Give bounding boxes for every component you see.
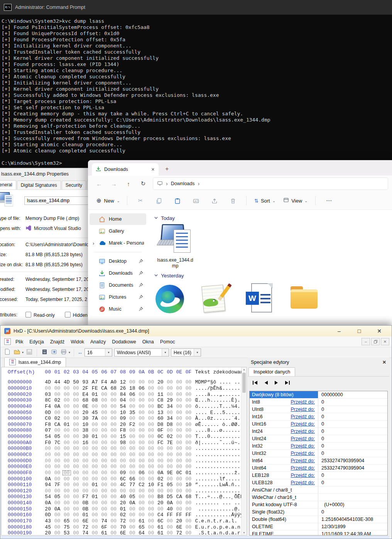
hex-byte[interactable]: 74 (81, 530, 90, 536)
hex-offset[interactable]: 000000F0 (2, 470, 43, 476)
hex-byte[interactable]: F4 (100, 379, 109, 385)
hex-byte[interactable]: 00 (137, 404, 146, 409)
hex-byte[interactable]: 00 (184, 446, 193, 451)
hex-byte[interactable]: 00 (109, 440, 118, 446)
hex-byte[interactable]: 00 (137, 392, 146, 397)
tab-digital-signatures[interactable]: Digital Signatures (17, 181, 61, 189)
hex-byte[interactable]: 00 (71, 397, 81, 403)
hex-byte[interactable]: 00 (100, 482, 109, 488)
hex-byte[interactable]: 44 (52, 379, 62, 385)
hex-text[interactable]: ................ (195, 488, 241, 494)
hex-text[interactable]: .S.t.a.n.d.a.r. (195, 530, 241, 536)
hex-byte[interactable]: 00 (100, 434, 109, 439)
maximize-button[interactable]: □ (351, 328, 368, 334)
hex-offset[interactable]: 00000050 (2, 410, 43, 416)
hex-byte[interactable]: 00 (62, 410, 71, 416)
chevron-down-icon[interactable]: ▾ (69, 351, 70, 354)
hex-byte[interactable]: 00 (90, 446, 99, 451)
hex-byte[interactable]: 10 (146, 482, 155, 488)
hex-byte[interactable]: A0 (109, 379, 118, 385)
hex-byte[interactable]: 00 (62, 482, 71, 488)
hex-byte[interactable]: 00 (100, 446, 109, 451)
hex-byte[interactable]: 00 (174, 416, 184, 421)
hex-byte[interactable]: 00 (62, 452, 71, 458)
hex-byte[interactable]: CA (174, 494, 184, 500)
hex-byte[interactable]: 00 (165, 452, 174, 458)
hex-byte[interactable]: 00 (62, 476, 71, 482)
hex-byte[interactable]: 02 (156, 476, 165, 482)
hex-byte[interactable]: 00 (81, 470, 90, 476)
hex-byte[interactable]: 00 (137, 397, 146, 403)
hex-byte[interactable]: 02 (165, 434, 174, 439)
tab-downloads[interactable]: Downloads ✕ (92, 163, 159, 176)
hex-byte[interactable]: 00 (165, 530, 174, 536)
breadcrumb-downloads[interactable]: Downloads (171, 181, 195, 186)
hex-offset[interactable]: 00000120 (2, 488, 43, 494)
hex-byte[interactable]: 00 (52, 512, 62, 518)
document-tab[interactable]: FDA0 lsass.exe_1344.dmp (4, 357, 66, 367)
hex-byte[interactable]: 00 (146, 416, 155, 421)
hex-offset[interactable]: 000000B0 (2, 446, 43, 451)
hex-byte[interactable]: 00 (52, 530, 62, 536)
hex-byte[interactable]: 00 (146, 524, 155, 530)
inspector-value[interactable]: 0 (318, 509, 324, 515)
hex-byte[interactable]: 00 (165, 410, 174, 416)
hex-byte[interactable]: 00 (90, 458, 99, 464)
back-button[interactable]: ← (92, 181, 106, 187)
hex-byte[interactable]: 00 (128, 470, 137, 476)
hex-byte[interactable]: 00 (52, 476, 62, 482)
hex-byte[interactable]: 00 (146, 452, 155, 458)
hex-byte[interactable]: 00 (71, 416, 81, 421)
hex-byte[interactable]: 00 (165, 385, 174, 391)
hex-byte[interactable]: 02 (52, 397, 62, 403)
previous-button[interactable] (264, 380, 268, 385)
hex-byte[interactable]: 00 (128, 512, 137, 518)
hex-byte[interactable]: 00 (174, 488, 184, 494)
goto-link[interactable]: Przejdź do: (291, 473, 318, 478)
sidebar-item-downloads[interactable]: Downloads (90, 267, 146, 279)
hex-byte[interactable]: 00 (128, 427, 137, 433)
hex-byte[interactable]: 00 (109, 427, 118, 433)
encoding-select[interactable]: Windows (ANSI)▾ (114, 348, 169, 357)
hex-byte[interactable]: 00 (137, 446, 146, 451)
hex-byte[interactable]: 00 (165, 488, 174, 494)
hex-byte[interactable]: 00 (71, 476, 81, 482)
file-lsass-dump[interactable]: lsass.exe_1344.d mp (154, 223, 196, 269)
sort-button[interactable]: ⇅ Sort ⌄ (250, 196, 279, 206)
inspector-value[interactable]: 0 (318, 479, 324, 486)
address-bar[interactable]: › Downloads › (153, 177, 388, 190)
hex-byte[interactable]: 00 (62, 385, 71, 391)
hex-byte[interactable]: 05 (165, 482, 174, 488)
hex-byte[interactable]: 00 (62, 397, 71, 403)
hex-byte[interactable]: 00 (184, 404, 193, 409)
file-icon-edge[interactable] (155, 282, 185, 317)
hex-text[interactable]: ô.......T...¼4.. (195, 404, 241, 409)
hex-offset[interactable]: 000000D0 (2, 458, 43, 464)
section-header-yesterday[interactable]: Yesterday (154, 273, 392, 279)
hex-byte[interactable]: 00 (71, 452, 81, 458)
hex-byte[interactable]: 00 (71, 440, 81, 446)
hex-byte[interactable]: 00 (146, 397, 155, 403)
goto-link[interactable]: Przejdź do: (291, 414, 318, 419)
hex-byte[interactable]: 10 (118, 410, 127, 416)
goto-link[interactable]: Przejdź do: (291, 407, 318, 412)
hex-byte[interactable]: 00 (81, 482, 90, 488)
hex-byte[interactable]: 06 (128, 392, 137, 397)
hex-offset[interactable]: 00000000 (2, 379, 43, 385)
hex-byte[interactable]: 00 (100, 397, 109, 403)
hex-byte[interactable]: 00 (174, 452, 184, 458)
panel-close-icon[interactable]: ✕ (382, 360, 386, 365)
hex-byte[interactable]: 00 (81, 458, 90, 464)
hex-byte[interactable]: 4C (118, 482, 127, 488)
hex-byte[interactable]: 00 (52, 500, 62, 506)
hex-text[interactable]: ........ ... ... (195, 500, 241, 506)
hex-byte[interactable]: 66 (128, 476, 137, 482)
hex-offset[interactable]: 00000170 (2, 518, 43, 524)
hex-byte[interactable]: 00 (71, 410, 81, 416)
hex-offset[interactable]: 00000190 (2, 530, 43, 536)
new-tab-button[interactable]: ＋ (164, 165, 170, 172)
hex-byte[interactable]: 00 (90, 452, 99, 458)
hex-byte[interactable]: 00 (109, 530, 118, 536)
hex-byte[interactable]: 00 (100, 506, 109, 512)
hex-byte[interactable]: 00 (43, 464, 52, 470)
